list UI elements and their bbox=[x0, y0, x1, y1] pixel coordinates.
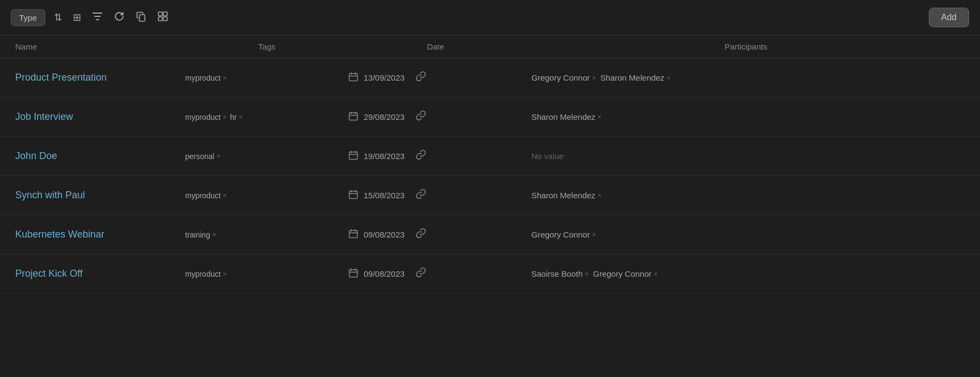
calendar-icon bbox=[348, 229, 358, 241]
tag-remove[interactable]: × bbox=[223, 113, 226, 121]
tag: myproduct × bbox=[185, 270, 226, 278]
toolbar-left: Type ⇅ ⊞ bbox=[11, 9, 170, 27]
link-icon[interactable] bbox=[415, 71, 426, 84]
row-name[interactable]: Product Presentation bbox=[11, 61, 185, 94]
participant-remove[interactable]: × bbox=[598, 113, 602, 121]
svg-rect-5 bbox=[350, 74, 358, 81]
grid-icon[interactable] bbox=[155, 9, 170, 27]
tag: hr × bbox=[230, 113, 242, 121]
row-participants: No value bbox=[523, 147, 969, 165]
row-name[interactable]: Kubernetes Webinar bbox=[11, 218, 185, 251]
link-icon[interactable] bbox=[415, 110, 426, 124]
tag-label: myproduct bbox=[185, 270, 220, 278]
toolbar: Type ⇅ ⊞ A bbox=[0, 0, 980, 35]
tag-label: myproduct bbox=[185, 74, 220, 82]
row-tags: personal × bbox=[185, 148, 348, 165]
col-header-participants: Participants bbox=[523, 42, 969, 51]
participant: Gregory Connor × bbox=[531, 230, 596, 239]
row-date: 29/08/2023 bbox=[348, 110, 523, 124]
participant: Gregory Connor × bbox=[531, 73, 596, 82]
participant-name: Sharon Melendez bbox=[601, 73, 665, 82]
svg-rect-1 bbox=[158, 12, 162, 16]
row-name[interactable]: Synch with Paul bbox=[11, 179, 185, 212]
tag: myproduct × bbox=[185, 191, 226, 200]
participant: Sharon Melendez × bbox=[531, 191, 602, 200]
type-button[interactable]: Type bbox=[11, 9, 45, 26]
svg-rect-3 bbox=[158, 17, 162, 21]
table-row: Kubernetes Webinartraining × 09/08/2023 … bbox=[0, 215, 980, 254]
tag-label: myproduct bbox=[185, 113, 220, 121]
link-icon[interactable] bbox=[415, 149, 426, 163]
svg-rect-9 bbox=[350, 230, 358, 238]
participant-remove[interactable]: × bbox=[592, 74, 596, 82]
row-participants: Gregory Connor × bbox=[523, 226, 969, 244]
row-name[interactable]: John Doe bbox=[11, 139, 185, 173]
row-tags: training × bbox=[185, 226, 348, 244]
row-date: 19/08/2023 bbox=[348, 149, 523, 163]
table-body: Product Presentationmyproduct × 13/09/20… bbox=[0, 58, 980, 294]
participant-name: Sharon Melendez bbox=[531, 112, 596, 121]
participant-name: Gregory Connor bbox=[531, 73, 590, 82]
calendar-icon bbox=[348, 190, 358, 202]
refresh-icon[interactable] bbox=[112, 9, 127, 27]
copy-icon[interactable] bbox=[133, 9, 149, 27]
date-value: 09/08/2023 bbox=[364, 269, 405, 278]
date-value: 15/08/2023 bbox=[364, 191, 405, 200]
row-name[interactable]: Project Kick Off bbox=[11, 257, 185, 290]
col-header-date: Date bbox=[348, 42, 523, 51]
tag-label: training bbox=[185, 230, 210, 239]
table-row: John Doepersonal × 19/08/2023 No value bbox=[0, 137, 980, 176]
svg-rect-4 bbox=[163, 17, 167, 21]
date-value: 29/08/2023 bbox=[364, 112, 405, 121]
tag-remove[interactable]: × bbox=[223, 74, 226, 82]
participant: Sharon Melendez × bbox=[601, 73, 671, 82]
add-button[interactable]: Add bbox=[929, 8, 969, 27]
date-value: 13/09/2023 bbox=[364, 73, 405, 82]
filter-icon[interactable] bbox=[90, 9, 105, 27]
row-participants: Gregory Connor ×Sharon Melendez × bbox=[523, 69, 969, 87]
tag: personal × bbox=[185, 152, 220, 161]
table-header: Name Tags Date Participants bbox=[0, 35, 980, 58]
col-header-tags: Tags bbox=[185, 42, 348, 51]
tag-remove[interactable]: × bbox=[212, 231, 216, 239]
participant-name: Gregory Connor bbox=[593, 269, 652, 278]
tag-label: personal bbox=[185, 152, 215, 161]
participant: Sharon Melendez × bbox=[531, 112, 602, 121]
calendar-icon bbox=[348, 72, 358, 84]
svg-rect-0 bbox=[139, 15, 145, 21]
row-participants: Sharon Melendez × bbox=[523, 108, 969, 126]
participant-remove[interactable]: × bbox=[592, 231, 596, 239]
svg-rect-8 bbox=[350, 191, 358, 199]
link-icon[interactable] bbox=[415, 228, 426, 241]
sort-icon[interactable]: ⇅ bbox=[52, 9, 64, 26]
tag-remove[interactable]: × bbox=[217, 153, 220, 160]
row-participants: Saoirse Booth ×Gregory Connor × bbox=[523, 265, 969, 283]
participant-name: Gregory Connor bbox=[531, 230, 590, 239]
table: Name Tags Date Participants Product Pres… bbox=[0, 35, 980, 294]
row-name[interactable]: Job Interview bbox=[11, 100, 185, 133]
participant: Gregory Connor × bbox=[593, 269, 658, 278]
add-row-icon[interactable]: ⊞ bbox=[71, 9, 83, 26]
row-date: 09/08/2023 bbox=[348, 267, 523, 281]
tag-remove[interactable]: × bbox=[223, 270, 226, 278]
tag-remove[interactable]: × bbox=[223, 192, 226, 199]
tag-remove[interactable]: × bbox=[239, 113, 243, 121]
tag: myproduct × bbox=[185, 74, 226, 82]
row-date: 09/08/2023 bbox=[348, 228, 523, 241]
participant-name: Saoirse Booth bbox=[531, 269, 583, 278]
row-tags: myproduct × bbox=[185, 69, 348, 87]
participant-name: Sharon Melendez bbox=[531, 191, 596, 200]
participant-remove[interactable]: × bbox=[666, 74, 670, 82]
link-icon[interactable] bbox=[415, 267, 426, 281]
row-date: 13/09/2023 bbox=[348, 71, 523, 84]
svg-rect-10 bbox=[350, 270, 358, 277]
table-row: Product Presentationmyproduct × 13/09/20… bbox=[0, 58, 980, 98]
participant-remove[interactable]: × bbox=[598, 192, 602, 199]
participant-remove[interactable]: × bbox=[585, 270, 589, 278]
link-icon[interactable] bbox=[415, 188, 426, 202]
row-participants: Sharon Melendez × bbox=[523, 186, 969, 204]
tag-label: myproduct bbox=[185, 191, 220, 200]
calendar-icon bbox=[348, 111, 358, 123]
participant-remove[interactable]: × bbox=[654, 270, 658, 278]
tag: training × bbox=[185, 230, 216, 239]
